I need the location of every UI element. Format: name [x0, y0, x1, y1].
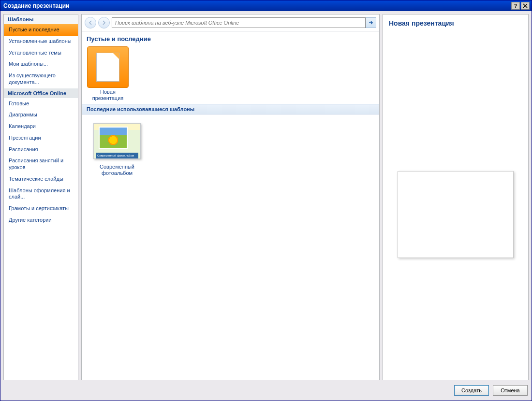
- sunflower-photo-icon: [99, 127, 128, 149]
- template-new-presentation[interactable]: Новая презентация: [86, 46, 130, 101]
- sidebar-item-from-existing[interactable]: Из существующего документа...: [4, 70, 78, 88]
- sidebar-item-my-templates[interactable]: Мои шаблоны...: [4, 58, 78, 70]
- sidebar-item-label: Расписания занятий и уроков: [9, 158, 63, 170]
- sidebar-item-label: Другие категории: [9, 217, 52, 223]
- sidebar-item-blank-recent[interactable]: Пустые и последние: [4, 24, 78, 36]
- sidebar-item-certificates[interactable]: Грамоты и сертификаты: [4, 203, 78, 215]
- window-title: Создание презентации: [2, 2, 510, 9]
- sidebar-item-label: Готовые: [9, 100, 29, 106]
- sidebar-item-design-templates[interactable]: Шаблоны оформления и слай...: [4, 185, 78, 203]
- search-input[interactable]: [112, 17, 366, 28]
- nav-back-button[interactable]: [85, 17, 96, 29]
- recent-area: Современный фотоальбом Современный фотоа…: [82, 115, 379, 185]
- sidebar-item-schedules[interactable]: Расписания: [4, 144, 78, 156]
- create-button[interactable]: Создать: [454, 385, 489, 396]
- search-wrap: [112, 17, 376, 28]
- sidebar-header-office-online: Microsoft Office Online: [4, 88, 78, 98]
- nav-forward-button[interactable]: [98, 17, 110, 29]
- template-label: Новая презентация: [86, 89, 130, 101]
- sidebar-item-label: Мои шаблоны...: [9, 61, 48, 67]
- sidebar-item-diagrams[interactable]: Диаграммы: [4, 109, 78, 121]
- sidebar-item-label: Установленные темы: [9, 50, 61, 56]
- section-title: Пустые и последние: [82, 31, 379, 44]
- sidebar-item-label: Тематические слайды: [9, 176, 63, 182]
- sidebar-header-templates: Шаблоны: [4, 14, 78, 24]
- slide-preview: [398, 171, 514, 258]
- thumb-area: Новая презентация: [82, 44, 379, 103]
- sidebar-item-label: Календари: [9, 123, 36, 129]
- toolbar: [82, 14, 379, 31]
- document-icon: [96, 53, 119, 82]
- sidebar-item-presentations[interactable]: Презентации: [4, 132, 78, 144]
- sidebar-item-featured[interactable]: Готовые: [4, 98, 78, 110]
- sidebar: Шаблоны Пустые и последние Установленные…: [3, 14, 78, 380]
- search-go-button[interactable]: [366, 17, 376, 28]
- sidebar-item-label: Установленные шаблоны: [9, 38, 72, 44]
- preview-title: Новая презентация: [389, 19, 522, 27]
- arrow-go-icon: [368, 20, 374, 26]
- sidebar-item-label: Презентации: [9, 135, 41, 141]
- dialog-body: Шаблоны Пустые и последние Установленные…: [0, 11, 532, 401]
- sidebar-item-label: Грамоты и сертификаты: [9, 205, 69, 211]
- sidebar-item-other-categories[interactable]: Другие категории: [4, 215, 78, 226]
- arrow-right-icon: [101, 20, 107, 26]
- preview-panel: Новая презентация: [383, 14, 529, 380]
- sidebar-item-class-schedules[interactable]: Расписания занятий и уроков: [4, 155, 78, 173]
- sidebar-item-installed-themes[interactable]: Установленные темы: [4, 47, 78, 59]
- arrow-left-icon: [88, 20, 93, 26]
- sidebar-item-label: Пустые и последние: [9, 27, 59, 32]
- close-icon: [523, 3, 528, 8]
- template-thumb: [87, 46, 129, 88]
- sidebar-item-calendars[interactable]: Календари: [4, 121, 78, 132]
- dialog-window: Создание презентации ? Шаблоны Пустые и …: [0, 0, 532, 401]
- sidebar-item-label: Диаграммы: [9, 112, 37, 117]
- recent-templates-header: Последние использовавшиеся шаблоны: [82, 104, 379, 115]
- thumb-caption: Современный фотоальбом: [96, 153, 138, 158]
- recent-template-label: Современный фотоальбом: [90, 164, 144, 176]
- titlebar: Создание презентации ?: [0, 0, 532, 11]
- main-panel: Пустые и последние Новая презентация Пос…: [81, 14, 380, 380]
- recent-template-thumb: Современный фотоальбом: [93, 123, 141, 159]
- recent-template-item[interactable]: Современный фотоальбом Современный фотоа…: [90, 123, 144, 176]
- sidebar-item-label: Шаблоны оформления и слай...: [9, 187, 70, 200]
- upper-area: Шаблоны Пустые и последние Установленные…: [3, 14, 529, 380]
- cancel-button[interactable]: Отмена: [493, 385, 528, 396]
- sidebar-item-installed-templates[interactable]: Установленные шаблоны: [4, 36, 78, 47]
- close-button[interactable]: [521, 2, 530, 10]
- footer: Создать Отмена: [3, 383, 529, 398]
- sidebar-item-label: Расписания: [9, 146, 38, 152]
- help-button[interactable]: ?: [511, 2, 520, 10]
- sidebar-item-label: Из существующего документа...: [9, 72, 56, 85]
- preview-body: [389, 31, 522, 375]
- sidebar-item-theme-slides[interactable]: Тематические слайды: [4, 173, 78, 185]
